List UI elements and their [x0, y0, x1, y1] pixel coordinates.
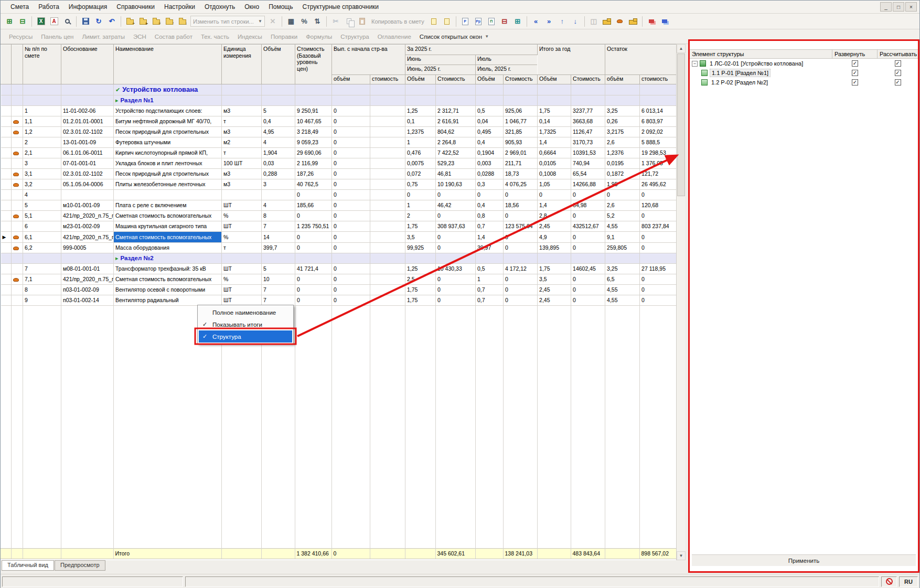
delete-row-icon[interactable]: ✕ — [266, 15, 279, 28]
indent-level-icon[interactable]: » — [543, 15, 555, 28]
cell-dc[interactable] — [370, 243, 405, 253]
cell-name[interactable]: Битум нефтяной дорожный МГ 40/70, — [114, 116, 222, 127]
cell-rem_c[interactable]: 6 803,97 — [640, 116, 676, 127]
cell-basis[interactable]: м23-01-002-09 — [61, 221, 114, 232]
cell-jul_v[interactable]: 0,0288 — [476, 169, 504, 179]
grid-cell[interactable] — [61, 253, 114, 264]
cell-yr_v[interactable]: 139,895 — [538, 243, 571, 253]
cell-c1[interactable] — [12, 179, 23, 190]
cell-c0[interactable] — [1, 116, 12, 127]
panel-button-resources[interactable]: Ресурсы — [5, 31, 37, 42]
cell-yr_v[interactable]: 1,4 — [538, 200, 571, 211]
cell-yr_v[interactable]: 1,7325 — [538, 127, 571, 137]
insert-row-below-icon[interactable]: ↓ — [176, 15, 189, 28]
cell-yr_v[interactable]: 1,75 — [538, 106, 571, 116]
cell-rem_c[interactable]: 0 — [640, 243, 676, 253]
cell-jul_c[interactable]: 2 969,01 — [504, 148, 538, 158]
cell-dv[interactable]: 0 — [332, 137, 370, 148]
cell-jun_v[interactable]: 0 — [405, 190, 436, 200]
cell-dv[interactable]: 0 — [332, 116, 370, 127]
cell-rem_v[interactable]: 0 — [605, 190, 640, 200]
cell-jun_v[interactable]: 0,75 — [405, 179, 436, 190]
cell-rem_v[interactable]: 6,5 — [605, 274, 640, 285]
cell-unit[interactable]: % — [222, 211, 262, 221]
cell-jul_v[interactable]: 0,5 — [476, 264, 504, 274]
scrollbar-thumb[interactable] — [677, 54, 685, 196]
cell-c1[interactable] — [12, 211, 23, 221]
cell-basis[interactable]: 02.3.01.02-1102 — [61, 169, 114, 179]
cell-dc[interactable] — [370, 211, 405, 221]
cell-jun_v[interactable]: 1,75 — [405, 221, 436, 232]
cell-cost[interactable]: 29 690,06 — [295, 148, 332, 158]
cell-jul_v[interactable]: 0,7 — [476, 221, 504, 232]
cell-jun_v[interactable]: 3,5 — [405, 232, 436, 243]
cell-num[interactable]: 1 — [23, 106, 61, 116]
cell-vol[interactable]: 4 — [262, 137, 295, 148]
cell-rem_c[interactable]: 803 237,84 — [640, 221, 676, 232]
cell-rem_v[interactable]: 5,2 — [605, 211, 640, 221]
cell-c0[interactable] — [1, 211, 12, 221]
grid-cell[interactable] — [12, 95, 23, 106]
grid-cell[interactable] — [295, 95, 332, 106]
panel-button-structure[interactable]: Структура — [336, 31, 373, 42]
cell-c0[interactable] — [1, 179, 12, 190]
cell-rem_c[interactable]: 5 888,5 — [640, 137, 676, 148]
cell-dc[interactable] — [370, 295, 405, 306]
coefficients-icon[interactable]: % — [298, 15, 311, 28]
cell-rem_v[interactable]: 4,55 — [605, 221, 640, 232]
cell-dc[interactable] — [370, 148, 405, 158]
cell-rem_v[interactable]: 2,6 — [605, 200, 640, 211]
cell-cost[interactable]: 0 — [295, 190, 332, 200]
grid-cell[interactable] — [61, 84, 114, 95]
grid-cell[interactable] — [504, 95, 538, 106]
panel-button-toc[interactable]: Оглавление — [373, 31, 415, 42]
cell-cost[interactable]: 0 — [295, 211, 332, 221]
cell-basis[interactable]: 11-01-002-06 — [61, 106, 114, 116]
section-title-cell[interactable]: ▸Раздел №2 — [114, 253, 222, 264]
expand-checkbox[interactable]: ✓ — [852, 79, 858, 85]
cell-dv[interactable]: 0 — [332, 179, 370, 190]
cell-rem_c[interactable]: 121,72 — [640, 169, 676, 179]
cell-unit[interactable]: ШТ — [222, 221, 262, 232]
menubar-item-4[interactable]: Справочники — [112, 1, 159, 13]
cell-yr_v[interactable]: 0,6664 — [538, 148, 571, 158]
cell-basis[interactable]: 05.1.05.04-0006 — [61, 179, 114, 190]
cell-dv[interactable]: 0 — [332, 127, 370, 137]
cell-rem_v[interactable]: 2,6 — [605, 137, 640, 148]
tree-node-label-cell[interactable]: 1.2 Р-02 [Раздел №2] — [690, 78, 832, 87]
cell-dv[interactable]: 0 — [332, 106, 370, 116]
add-section-icon[interactable]: + — [124, 15, 136, 28]
export-excel-icon[interactable]: X — [35, 15, 47, 28]
sort-rows-icon[interactable]: ⇅ — [311, 15, 324, 28]
cell-dv[interactable]: 0 — [332, 158, 370, 169]
cell-num[interactable]: 6,1 — [23, 232, 61, 243]
collapse-structure-icon[interactable]: ⊟ — [498, 15, 511, 28]
panel-button-tech-part[interactable]: Тех. часть — [197, 31, 233, 42]
cell-c0[interactable] — [1, 221, 12, 232]
cell-rem_v[interactable]: 3,25 — [605, 106, 640, 116]
cell-cost[interactable]: 1 235 750,51 — [295, 221, 332, 232]
cell-unit[interactable]: ШТ — [222, 295, 262, 306]
cell-c1[interactable] — [12, 137, 23, 148]
cell-jul_c[interactable]: 321,85 — [504, 127, 538, 137]
tab-preview[interactable]: Предпросмотр — [55, 560, 105, 571]
cell-vol[interactable]: 0,288 — [262, 169, 295, 179]
cell-name[interactable]: Укладка блоков и плит ленточных — [114, 158, 222, 169]
cell-c1[interactable] — [12, 274, 23, 285]
cell-jun_c[interactable]: 0 — [436, 232, 476, 243]
cell-c1[interactable] — [12, 148, 23, 158]
insert-structure-row-icon[interactable]: ⊞ — [3, 15, 16, 28]
cell-jun_v[interactable]: 0,1 — [405, 116, 436, 127]
cell-num[interactable]: 3,2 — [23, 179, 61, 190]
materials-icon[interactable] — [614, 15, 626, 28]
cell-name[interactable]: Вентилятор радиальный — [114, 295, 222, 306]
print-form-icon[interactable]: П — [485, 15, 498, 28]
cell-dc[interactable] — [370, 169, 405, 179]
grid-cell[interactable] — [405, 84, 436, 95]
menubar-item-3[interactable]: Информация — [64, 1, 112, 13]
grid-cell[interactable] — [332, 84, 370, 95]
cell-rem_v[interactable]: 0,0195 — [605, 158, 640, 169]
cell-jul_c[interactable]: 4 076,25 — [504, 179, 538, 190]
cell-dc[interactable] — [370, 137, 405, 148]
cell-dc[interactable] — [370, 190, 405, 200]
